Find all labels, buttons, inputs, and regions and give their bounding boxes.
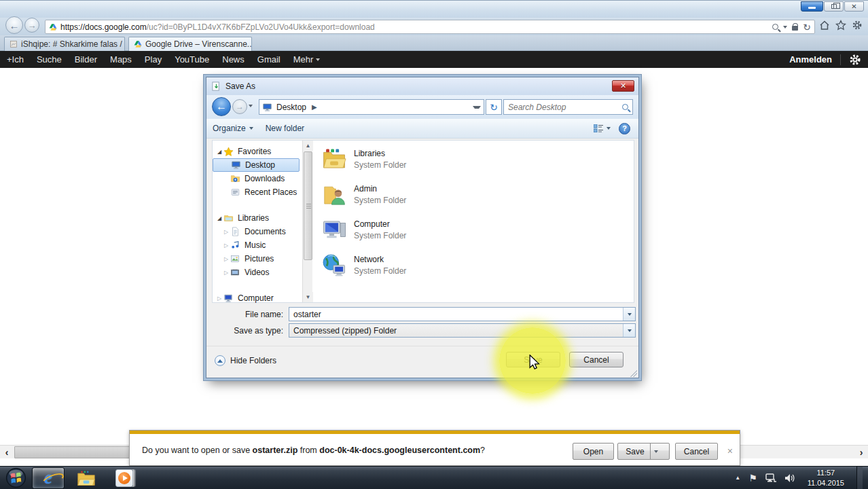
recent-places-icon [230, 187, 240, 197]
google-nav-news[interactable]: News [222, 54, 245, 65]
file-item-computer[interactable]: ComputerSystem Folder [321, 217, 406, 243]
sidebar-item-pictures[interactable]: ▷ Pictures [213, 252, 302, 266]
sidebar-item-favorites[interactable]: ◢ Favorites [213, 145, 302, 158]
cancel-button[interactable]: Cancel [569, 352, 623, 367]
tab-ishqipe[interactable]: iShqipe: # Shkarkime falas / Pr... [4, 37, 125, 51]
music-icon [230, 240, 240, 250]
scroll-left-icon[interactable]: ‹ [0, 446, 14, 459]
file-name-dropdown-button[interactable] [623, 308, 635, 321]
expander-icon[interactable]: ▷ [222, 270, 230, 276]
action-center-flag-icon[interactable]: ⚑ [748, 473, 757, 484]
scroll-right-icon[interactable]: › [854, 446, 868, 459]
home-icon[interactable] [819, 20, 830, 31]
dialog-forward-button[interactable]: → [232, 99, 247, 114]
tab-google-drive[interactable]: Google Drive – Virenscanne... × [128, 37, 252, 51]
taskbar-explorer-button[interactable] [70, 467, 103, 489]
save-type-combobox[interactable]: Compressed (zipped) Folder [289, 323, 636, 338]
sign-in-link[interactable]: Anmelden [789, 54, 832, 65]
expander-icon[interactable]: ◢ [215, 215, 223, 221]
taskbar-ie-button[interactable]: e [32, 467, 65, 489]
save-options-dropdown[interactable] [650, 443, 662, 459]
tree-scrollbar[interactable]: ▲ ▼ [302, 141, 312, 302]
expander-icon[interactable]: ▷ [215, 295, 223, 302]
google-nav-maps[interactable]: Maps [110, 54, 132, 65]
forward-button[interactable]: → [24, 18, 39, 33]
dialog-titlebar[interactable]: Save As ✕ [206, 77, 638, 95]
sidebar-item-libraries[interactable]: ◢ Libraries [213, 211, 302, 225]
divider [840, 54, 841, 65]
restore-button[interactable] [824, 1, 844, 12]
network-tray-icon[interactable] [765, 473, 776, 483]
sidebar-item-music[interactable]: ▷ Music [213, 238, 302, 252]
google-nav-gmail[interactable]: Gmail [257, 54, 281, 65]
search-icon[interactable] [772, 24, 778, 30]
expander-icon[interactable]: ▷ [222, 229, 230, 235]
google-nav-mehr[interactable]: Mehr [293, 54, 321, 65]
address-bar[interactable]: https://docs.google.com/uc?id=0ByPL1D4vX… [45, 20, 815, 34]
breadcrumb-location[interactable]: Desktop [276, 103, 306, 112]
save-split-button[interactable]: Save [617, 443, 670, 460]
sidebar-item-desktop[interactable]: Desktop [213, 158, 300, 172]
file-name-combobox[interactable]: ostarter [289, 307, 636, 321]
breadcrumb-chevron-icon[interactable]: ▶ [312, 103, 317, 111]
hide-folders-button[interactable]: Hide Folders [215, 355, 276, 366]
restore-icon [831, 4, 837, 9]
save-type-dropdown-button[interactable] [623, 324, 635, 337]
expander-icon[interactable]: ◢ [215, 149, 223, 155]
address-breadcrumb[interactable]: Desktop ▶ [259, 99, 484, 115]
scroll-down-icon[interactable]: ▼ [303, 292, 313, 302]
sidebar-item-videos[interactable]: ▷ Videos [213, 266, 302, 279]
file-item-libraries[interactable]: LibrariesSystem Folder [321, 146, 406, 173]
taskbar-clock[interactable]: 11:57 11.04.2015 [803, 468, 848, 488]
google-nav-bilder[interactable]: Bilder [75, 54, 97, 65]
minimize-button[interactable] [801, 1, 823, 12]
google-nav-ich[interactable]: +Ich [7, 54, 24, 65]
organize-menu[interactable]: Organize [206, 124, 259, 133]
close-button[interactable]: ✕ [844, 1, 864, 12]
refresh-button[interactable]: ↻ [486, 99, 502, 115]
google-nav-youtube[interactable]: YouTube [175, 54, 209, 65]
notification-cancel-button[interactable]: Cancel [675, 443, 718, 460]
favorites-star-icon[interactable] [835, 20, 846, 31]
save-type-value[interactable]: Compressed (zipped) Folder [293, 326, 397, 336]
scroll-up-icon[interactable]: ▲ [303, 141, 313, 151]
recent-locations-dropdown-icon[interactable] [249, 105, 253, 107]
scrollbar-thumb[interactable] [304, 151, 312, 260]
open-button[interactable]: Open [573, 443, 614, 460]
media-player-icon [115, 469, 133, 487]
file-item-admin[interactable]: AdminSystem Folder [321, 181, 406, 208]
mouse-cursor [528, 355, 542, 369]
address-dropdown-icon[interactable] [473, 106, 481, 109]
file-browser-pane: ◢ Favorites Desktop Downloads [212, 140, 634, 303]
new-folder-button[interactable]: New folder [259, 124, 310, 133]
show-desktop-button[interactable] [856, 467, 863, 489]
notification-close-icon[interactable]: × [727, 446, 733, 456]
file-name-value[interactable]: ostarter [293, 310, 321, 319]
search-dropdown-icon[interactable] [783, 26, 787, 29]
help-button[interactable]: ? [619, 123, 630, 134]
dialog-close-button[interactable]: ✕ [612, 80, 634, 92]
google-nav-play[interactable]: Play [145, 54, 162, 65]
expander-icon[interactable]: ▷ [222, 242, 230, 249]
taskbar-media-player-button[interactable] [108, 467, 141, 489]
expander-icon[interactable]: ▷ [222, 256, 230, 262]
search-box[interactable] [503, 99, 633, 115]
back-button[interactable]: ← [5, 16, 23, 34]
sidebar-item-recent-places[interactable]: Recent Places [213, 185, 302, 199]
change-view-button[interactable] [592, 124, 612, 132]
refresh-icon[interactable]: ↻ [803, 22, 811, 33]
sidebar-item-computer[interactable]: ▷ Computer [213, 291, 302, 305]
sidebar-item-documents[interactable]: ▷ Documents [213, 225, 302, 238]
settings-gear-icon[interactable] [852, 20, 863, 31]
dialog-back-button[interactable]: ← [212, 97, 231, 116]
volume-icon[interactable] [784, 473, 795, 483]
google-settings-gear-icon[interactable] [849, 54, 861, 66]
file-item-network[interactable]: NetworkSystem Folder [321, 252, 406, 278]
google-nav-suche[interactable]: Suche [37, 54, 62, 65]
start-button[interactable] [5, 467, 26, 488]
sidebar-item-downloads[interactable]: Downloads [213, 172, 302, 185]
tray-show-hidden-icon[interactable]: ▲ [735, 475, 740, 481]
resize-grip[interactable] [630, 370, 637, 377]
search-input[interactable] [508, 103, 622, 112]
download-filename: ostarter.zip [253, 446, 298, 455]
